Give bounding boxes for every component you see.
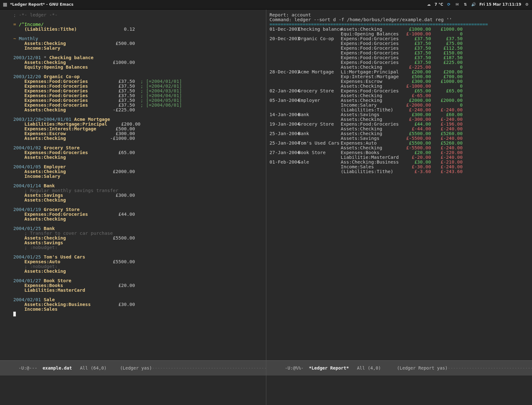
- source-line[interactable]: Assets:Checking: [13, 198, 262, 202]
- report-row[interactable]: 01-Dec-2003Checking balanceAssets:Checki…: [269, 27, 528, 32]
- source-line[interactable]: Assets:Savings: [13, 240, 262, 245]
- source-line[interactable]: Assets:Savings £300.00: [13, 193, 262, 198]
- source-line[interactable]: Assets:Checking -£225.00: [13, 108, 262, 112]
- report-row[interactable]: (Liabilities:Tithe)£-240.00£-240.00: [269, 108, 528, 112]
- report-row[interactable]: Assets:Savings£-5500.00£-240.00: [269, 136, 528, 141]
- source-line[interactable]: [13, 293, 262, 297]
- network-icon[interactable]: ⇅: [463, 2, 468, 7]
- report-row[interactable]: 28-Dec-2003Acme MortgageLi:Mortgage:Prin…: [269, 70, 528, 74]
- source-line[interactable]: 2004/01/14 Bank: [13, 184, 262, 188]
- source-line[interactable]: Assets:Checking: [13, 155, 262, 160]
- source-line[interactable]: (Liabilities:Tithe) 0.12: [13, 27, 262, 32]
- source-line[interactable]: 2004/01/19 Grocery Store: [13, 207, 262, 212]
- report-row[interactable]: Equi:Opening Balances£-1000.000: [269, 32, 528, 36]
- source-line[interactable]: Expenses:Auto £5500.00: [13, 259, 262, 264]
- report-row[interactable]: Assets:Checking£-65.000: [269, 93, 528, 98]
- source-line[interactable]: Expenses:Food:Groceries £37.50 ; [=2004/…: [13, 103, 262, 108]
- source-line[interactable]: Equity:Opening Balances: [13, 65, 262, 70]
- source-line[interactable]: Assets:Checking: [13, 269, 262, 274]
- source-line[interactable]: Assets:Checking £1000.00: [13, 60, 262, 65]
- source-line[interactable]: Expenses:Food:Groceries £44.00: [13, 212, 262, 217]
- report-row[interactable]: 14-Jan-2004BankAssets:Savings£300.00£60.…: [269, 112, 528, 117]
- report-row[interactable]: 01-Feb-2004SaleAss:Checking:Business£30.…: [269, 160, 528, 165]
- source-line[interactable]: Expenses:Escrow £300.00: [13, 131, 262, 136]
- source-line[interactable]: [13, 112, 262, 117]
- report-row[interactable]: Income:Sales£-30.00£-240.00: [269, 165, 528, 169]
- source-line[interactable]: Assets:Checking £2000.00: [13, 169, 262, 174]
- report-row[interactable]: 25-Jan-2004Tom's Used CarsExpenses:Auto£…: [269, 141, 528, 146]
- source-line[interactable]: [13, 51, 262, 55]
- source-line[interactable]: [13, 202, 262, 207]
- source-line[interactable]: Assets:Checking £500.00: [13, 41, 262, 46]
- source-line[interactable]: Assets:Checking: [13, 217, 262, 221]
- source-line[interactable]: 2004/01/05 Employer: [13, 165, 262, 169]
- source-line[interactable]: 2003/12/20 Organic Co-op: [13, 74, 262, 79]
- source-line[interactable]: [13, 17, 262, 22]
- source-line[interactable]: [13, 70, 262, 74]
- ledger-report-buffer[interactable]: Report: accountCommand: ledger --sort d …: [266, 9, 532, 174]
- report-row[interactable]: Exp:Interest:Mortgage£500.00£700.00: [269, 74, 528, 79]
- source-line[interactable]: Expenses:Food:Groceries £37.50 ; [=2004/…: [13, 84, 262, 89]
- settings-gear-icon[interactable]: ⚙: [524, 2, 529, 7]
- report-row[interactable]: Expenses:Escrow£300.00£1000.00: [269, 79, 528, 84]
- source-line[interactable]: = /^Income/: [13, 22, 262, 27]
- report-row[interactable]: Expens:Food:Groceries£37.50£187.50: [269, 55, 528, 60]
- source-line[interactable]: [13, 160, 262, 165]
- source-line[interactable]: [13, 141, 262, 146]
- source-line[interactable]: Liabilities:Mortgage:Principal £200.00: [13, 122, 262, 127]
- source-line[interactable]: ~ Monthly: [13, 36, 262, 41]
- weather-icon[interactable]: ☁: [426, 2, 431, 7]
- source-line[interactable]: Expenses:Food:Groceries £37.50 ; [=2004/…: [13, 93, 262, 98]
- mail-icon[interactable]: ✉: [455, 2, 460, 7]
- report-row[interactable]: 02-Jan-2004Grocery StoreExpens:Food:Groc…: [269, 89, 528, 93]
- ledger-source-buffer[interactable]: ; -*- ledger -*- = /^Income/ (Liabilitie…: [0, 9, 266, 316]
- source-line[interactable]: ; Transfer to cover car purchase: [13, 231, 262, 236]
- source-line[interactable]: ; :nobudget:: [13, 245, 262, 250]
- report-row[interactable]: Assets:Checking£-44.00£-240.00: [269, 127, 528, 131]
- report-row[interactable]: Expens:Food:Groceries£37.50£75.00: [269, 41, 528, 46]
- report-row[interactable]: Liabilitie:MasterCard£-20.00£-240.00: [269, 155, 528, 160]
- source-line[interactable]: Income:Sales: [13, 307, 262, 312]
- right-pane[interactable]: Report: accountCommand: ledger --sort d …: [266, 9, 532, 405]
- source-line[interactable]: [13, 179, 262, 184]
- report-row[interactable]: Assets:Checking£-225.000: [269, 65, 528, 70]
- source-line[interactable]: 2004/02/01 Sale: [13, 297, 262, 302]
- source-line[interactable]: ; :nobudget:: [13, 264, 262, 269]
- source-line[interactable]: ; Regular monthly savings transfer: [13, 188, 262, 193]
- report-row[interactable]: Expens:Food:Groceries£37.50£112.50: [269, 46, 528, 51]
- volume-icon[interactable]: 🔊: [471, 2, 476, 7]
- source-line[interactable]: 2004/01/25 Tom's Used Cars: [13, 255, 262, 259]
- source-line[interactable]: [13, 221, 262, 226]
- source-line[interactable]: [13, 274, 262, 278]
- source-line[interactable]: Assets:Checking -£1000.00: [13, 136, 262, 141]
- source-line[interactable]: Expenses:Food:Groceries £37.50 ; [=2004/…: [13, 89, 262, 93]
- report-row[interactable]: (Liabilities:Tithe)£-3.60£-243.60: [269, 169, 528, 174]
- report-row[interactable]: 27-Jan-2004Book StoreExpenses:Books£20.0…: [269, 150, 528, 155]
- report-row[interactable]: Assets:Checking£-300.00£-240.00: [269, 117, 528, 122]
- report-row[interactable]: Assets:Checking£-1000.000: [269, 84, 528, 89]
- source-line[interactable]: 2003/12/28=2004/01/01 Acme Mortgage: [13, 117, 262, 122]
- source-line[interactable]: [13, 32, 262, 36]
- report-row[interactable]: 25-Jan-2004BankAssets:Checking£5500.00£5…: [269, 131, 528, 136]
- source-line[interactable]: Assets:Checking:Business £30.00: [13, 302, 262, 307]
- source-line[interactable]: [13, 312, 262, 316]
- source-line[interactable]: 2004/01/02 Grocery Store: [13, 146, 262, 150]
- source-line[interactable]: 2003/12/01 * Checking balance: [13, 55, 262, 60]
- source-line[interactable]: Income:Salary: [13, 46, 262, 51]
- source-line[interactable]: ; -*- ledger -*-: [13, 13, 262, 17]
- source-line[interactable]: Expenses:Interest:Mortgage £500.00: [13, 127, 262, 131]
- source-line[interactable]: Assets:Checking £5500.00: [13, 236, 262, 240]
- source-line[interactable]: Liabilities:MasterCard: [13, 288, 262, 293]
- refresh-icon[interactable]: ⟳: [446, 2, 452, 7]
- left-pane[interactable]: ; -*- ledger -*- = /^Income/ (Liabilitie…: [0, 9, 266, 405]
- source-line[interactable]: [13, 250, 262, 255]
- source-line[interactable]: 2004/01/25 Bank: [13, 226, 262, 231]
- report-row[interactable]: Assets:Checking£-5500.00£-240.00: [269, 146, 528, 150]
- source-line[interactable]: Income:Salary: [13, 174, 262, 179]
- report-row[interactable]: Expens:Food:Groceries£37.50£150.00: [269, 51, 528, 55]
- source-line[interactable]: Expenses:Food:Groceries £37.50 ; [=2004/…: [13, 98, 262, 103]
- report-row[interactable]: 19-Jan-2004Grocery StoreExpens:Food:Groc…: [269, 122, 528, 127]
- source-line[interactable]: Expenses:Food:Groceries £37.50 ; [=2004/…: [13, 79, 262, 84]
- report-row[interactable]: Expens:Food:Groceries£37.50£225.00: [269, 60, 528, 65]
- source-line[interactable]: Expenses:Books £20.00: [13, 283, 262, 288]
